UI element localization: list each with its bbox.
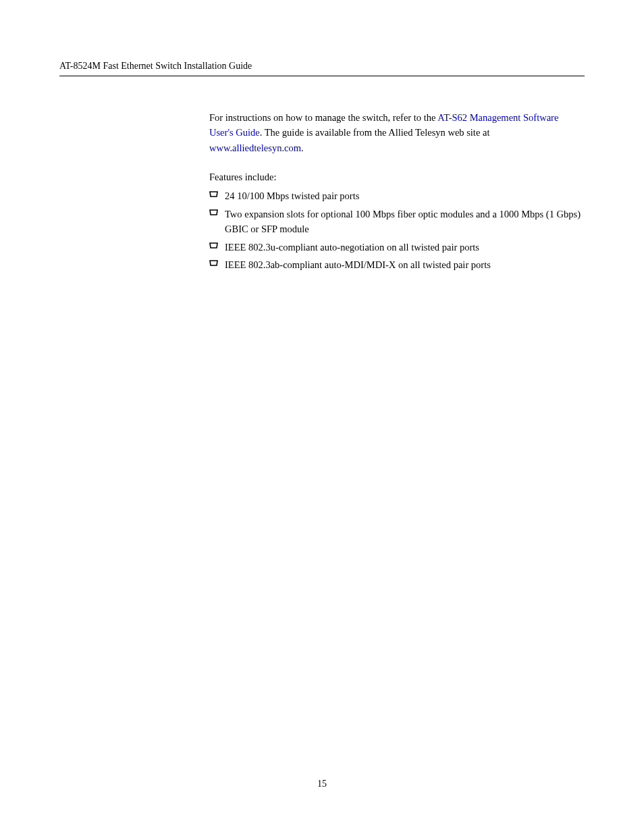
bullet-icon <box>209 242 218 249</box>
feature-text: Two expansion slots for optional 100 Mbp… <box>225 207 585 237</box>
feature-text: IEEE 802.3ab-compliant auto-MDI/MDI-X on… <box>225 257 491 272</box>
main-content: For instructions on how to manage the sw… <box>209 110 585 273</box>
website-url: www.alliedtelesyn.com <box>209 142 301 153</box>
list-item: IEEE 802.3ab-compliant auto-MDI/MDI-X on… <box>209 257 585 272</box>
list-item: IEEE 802.3u-compliant auto-negotiation o… <box>209 240 585 255</box>
list-item: 24 10/100 Mbps twisted pair ports <box>209 188 585 203</box>
intro-period: . <box>301 142 304 153</box>
page-header: AT-8524M Fast Ethernet Switch Installati… <box>59 61 585 76</box>
features-label: Features include: <box>209 172 585 183</box>
bullet-icon <box>209 209 218 216</box>
intro-paragraph: For instructions on how to manage the sw… <box>209 110 585 155</box>
header-title: AT-8524M Fast Ethernet Switch Installati… <box>59 61 252 72</box>
features-list: 24 10/100 Mbps twisted pair ports Two ex… <box>209 188 585 272</box>
intro-text-after: . The guide is available from the Allied… <box>260 127 490 138</box>
page-footer: 15 <box>0 779 644 789</box>
page-number: 15 <box>317 779 327 789</box>
feature-text: IEEE 802.3u-compliant auto-negotiation o… <box>225 240 479 255</box>
bullet-icon <box>209 191 218 198</box>
feature-text: 24 10/100 Mbps twisted pair ports <box>225 188 359 203</box>
list-item: Two expansion slots for optional 100 Mbp… <box>209 207 585 237</box>
bullet-icon <box>209 260 218 267</box>
intro-text-before: For instructions on how to manage the sw… <box>209 112 437 123</box>
